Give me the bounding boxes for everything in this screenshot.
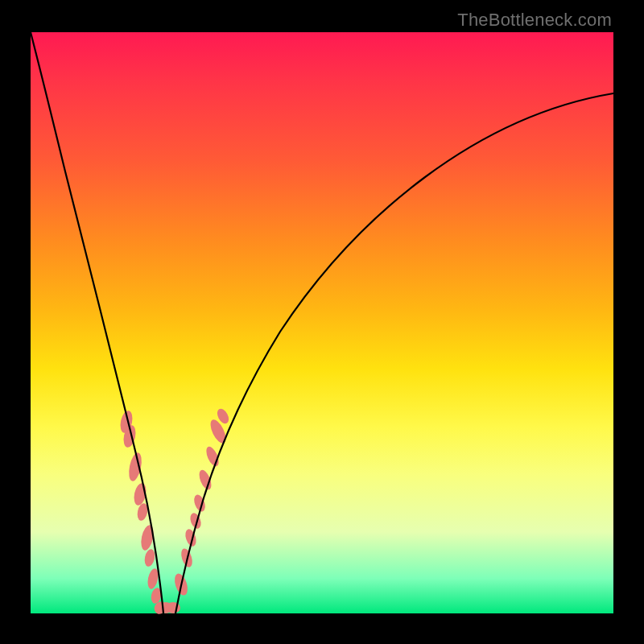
chart-stage: TheBottleneck.com [0, 0, 644, 644]
svg-point-17 [197, 469, 214, 492]
curve-left-branch [31, 32, 163, 613]
highlight-blobs [118, 407, 231, 616]
curve-right-branch [175, 93, 613, 613]
watermark-text: TheBottleneck.com [457, 10, 612, 31]
svg-point-6 [143, 548, 156, 568]
curve-overlay [31, 32, 613, 613]
